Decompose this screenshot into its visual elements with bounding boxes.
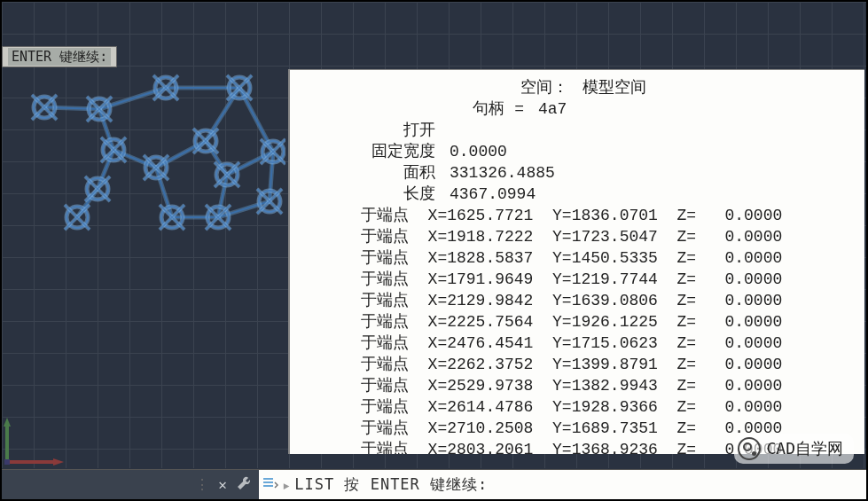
- svg-rect-122: [4, 459, 10, 465]
- watermark: CAD自学网: [734, 434, 854, 464]
- wrench-icon[interactable]: [236, 475, 252, 495]
- watermark-text: CAD自学网: [766, 438, 843, 459]
- wechat-icon: [738, 437, 761, 460]
- svg-marker-119: [53, 458, 64, 466]
- polyline-nodes: [2, 59, 285, 254]
- ucs-icon: [2, 414, 73, 467]
- divider-icon: ⋮: [195, 476, 209, 493]
- svg-line-33: [227, 152, 273, 175]
- command-bar-tools: ⋮ ✕: [2, 470, 259, 499]
- command-lines-icon: [262, 475, 278, 495]
- svg-marker-121: [4, 418, 11, 427]
- command-input-area[interactable]: ▸ LIST 按 ENTER 键继续:: [259, 470, 866, 499]
- command-arrow: ▸: [282, 476, 291, 494]
- svg-rect-124: [263, 481, 273, 483]
- close-icon[interactable]: ✕: [218, 476, 227, 493]
- command-text: LIST 按 ENTER 键继续:: [294, 474, 488, 495]
- list-output-window: 空间：模型空间句柄 =4a7打开固定宽度0.0000面积331326.4885长…: [288, 69, 864, 454]
- svg-rect-123: [263, 478, 273, 480]
- svg-rect-125: [263, 485, 273, 487]
- command-bar: ⋮ ✕ ▸ LIST 按 ENTER 键继续:: [2, 469, 866, 499]
